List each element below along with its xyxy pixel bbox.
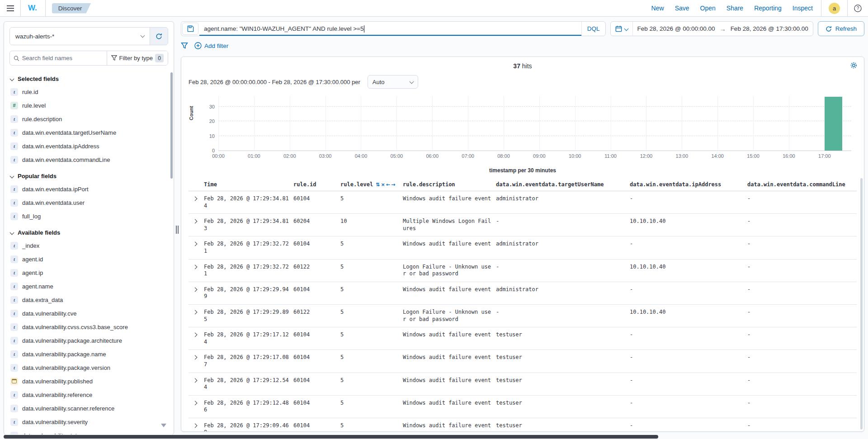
cell-data.win.eventdata.targetUserName: testuser	[496, 395, 630, 418]
field-section-title: Available fields	[18, 229, 60, 236]
query-input[interactable]: agent.name: "WIN10-WAZUH_AGENT" AND rule…	[199, 22, 581, 36]
sort-icon[interactable]: ⇅	[376, 182, 381, 188]
expand-row-button[interactable]	[189, 418, 204, 432]
field-name: data.vulnerability.published	[22, 378, 93, 385]
field-item-data.vulnerability.scanner.reference[interactable]: tdata.vulnerability.scanner.reference	[9, 401, 168, 415]
field-item-data.vulnerability.cve[interactable]: tdata.vulnerability.cve	[9, 307, 168, 320]
hamburger-menu-icon[interactable]	[0, 0, 21, 16]
expand-row-button[interactable]	[189, 395, 204, 418]
horizontal-scrollbar-thumb[interactable]	[4, 435, 658, 439]
column-controls[interactable]: ⇅×←→	[376, 182, 396, 188]
field-search-input[interactable]	[22, 55, 103, 61]
cell-data.win.eventdata.commandLine: -	[747, 191, 857, 214]
add-filter-button[interactable]: Add filter	[194, 42, 228, 49]
cell-Time: Feb 28, 2026 @ 17:29:29.949	[204, 282, 293, 304]
topnav-link-share[interactable]: Share	[726, 5, 743, 12]
expand-row-button[interactable]	[189, 304, 204, 327]
expand-row-button[interactable]	[189, 191, 204, 214]
wazuh-logo[interactable]: W.	[21, 0, 46, 16]
x-tick-label: 10:00	[569, 153, 581, 159]
column-header-data.win.eventdata.commandLine[interactable]: data.win.eventdata.commandLine	[747, 178, 857, 191]
topnav-link-new[interactable]: New	[651, 5, 664, 12]
interval-select[interactable]: Auto	[368, 75, 418, 89]
expand-row-button[interactable]	[189, 259, 204, 282]
chevron-down-icon	[624, 27, 628, 31]
table-scrollbar[interactable]	[860, 178, 863, 430]
field-item-agent.id[interactable]: tagent.id	[9, 252, 168, 266]
remove-icon[interactable]: ×	[381, 182, 386, 188]
field-item-rule.level[interactable]: #rule.level	[9, 99, 168, 112]
field-section-selected-fields[interactable]: Selected fields	[9, 73, 168, 85]
logo-text: W.	[28, 4, 37, 12]
field-item-data.vulnerability.package.name[interactable]: tdata.vulnerability.package.name	[9, 347, 168, 361]
index-pattern-select[interactable]: wazuh-alerts-*	[10, 28, 150, 45]
topnav-link-inspect[interactable]: Inspect	[793, 5, 813, 12]
field-section-popular-fields[interactable]: Popular fields	[9, 170, 168, 182]
field-item-data.win.eventdata.user[interactable]: tdata.win.eventdata.user	[9, 196, 168, 209]
cell-data.win.eventdata.targetUserName: -	[496, 259, 630, 282]
expand-row-button[interactable]	[189, 214, 204, 236]
field-item-data.extra_data[interactable]: tdata.extra_data	[9, 293, 168, 307]
field-item-data.vulnerability.published[interactable]: data.vulnerability.published	[9, 374, 168, 388]
scroll-down-arrow-icon[interactable]	[161, 424, 166, 427]
field-item-agent.name[interactable]: tagent.name	[9, 279, 168, 293]
expand-row-button[interactable]	[189, 350, 204, 373]
field-search[interactable]	[10, 51, 107, 65]
x-gridline	[218, 96, 219, 151]
chevron-right-icon	[193, 401, 197, 405]
move-right-icon[interactable]: →	[391, 182, 396, 188]
date-from[interactable]: Feb 28, 2026 @ 00:00:00.00	[637, 25, 715, 32]
saved-query-icon[interactable]	[182, 23, 198, 35]
field-item-data.vulnerability.severity[interactable]: tdata.vulnerability.severity	[9, 415, 168, 429]
expand-row-button[interactable]	[189, 373, 204, 395]
column-header-rule.level[interactable]: rule.level⇅×←→	[340, 178, 403, 191]
cell-rule.level: 5	[340, 327, 403, 350]
cell-rule.id: 60104	[293, 418, 340, 432]
filter-funnel-icon[interactable]	[181, 42, 188, 49]
expand-row-button[interactable]	[189, 327, 204, 350]
column-header-data.win.eventdata.ipAddress[interactable]: data.win.eventdata.ipAddress	[630, 178, 747, 191]
histogram-bar[interactable]	[825, 97, 842, 151]
topnav-link-reporting[interactable]: Reporting	[754, 5, 782, 12]
column-header-rule.id[interactable]: rule.id	[293, 178, 340, 191]
topnav-link-save[interactable]: Save	[675, 5, 689, 12]
filter-by-type-button[interactable]: Filter by type 0	[107, 51, 168, 65]
field-item-_index[interactable]: t_index	[9, 239, 168, 252]
calendar-menu-button[interactable]	[611, 22, 633, 36]
field-item-rule.description[interactable]: trule.description	[9, 112, 168, 126]
field-item-full_log[interactable]: tfull_log	[9, 209, 168, 223]
field-item-data.vulnerability.status[interactable]: tdata.vulnerability.status	[9, 429, 168, 435]
field-item-data.vulnerability.package.version[interactable]: tdata.vulnerability.package.version	[9, 361, 168, 374]
cell-Time: Feb 28, 2026 @ 17:29:32.721	[204, 236, 293, 259]
breadcrumb[interactable]: Discover	[52, 3, 91, 14]
date-to[interactable]: Feb 28, 2026 @ 17:30:00.00	[731, 25, 808, 32]
cell-data.win.eventdata.ipAddress: -	[630, 395, 747, 418]
field-item-data.vulnerability.reference[interactable]: tdata.vulnerability.reference	[9, 388, 168, 401]
column-header-Time[interactable]: Time	[204, 178, 293, 191]
field-item-data.win.eventdata.ipAddress[interactable]: tdata.win.eventdata.ipAddress	[9, 139, 168, 153]
field-item-rule.id[interactable]: trule.id	[9, 85, 168, 99]
field-item-agent.ip[interactable]: tagent.ip	[9, 266, 168, 279]
field-item-data.vulnerability.cvss.cvss3.base_score[interactable]: tdata.vulnerability.cvss.cvss3.base_scor…	[9, 320, 168, 334]
field-item-data.win.eventdata.commandLine[interactable]: tdata.win.eventdata.commandLine	[9, 153, 168, 166]
cell-data.win.eventdata.ipAddress: -	[630, 373, 747, 395]
column-header-data.win.eventdata.targetUserName[interactable]: data.win.eventdata.targetUserName	[496, 178, 630, 191]
field-section-available-fields[interactable]: Available fields	[9, 227, 168, 239]
chevron-down-icon	[10, 231, 14, 235]
query-language-button[interactable]: DQL	[581, 22, 605, 36]
help-icon[interactable]: ?	[854, 5, 862, 12]
field-item-data.win.eventdata.targetUserName[interactable]: tdata.win.eventdata.targetUserName	[9, 126, 168, 139]
field-item-data.vulnerability.package.architecture[interactable]: tdata.vulnerability.package.architecture	[9, 334, 168, 347]
field-item-data.win.eventdata.ipPort[interactable]: tdata.win.eventdata.ipPort	[9, 182, 168, 196]
index-refresh-button[interactable]	[150, 28, 168, 45]
gear-icon[interactable]	[850, 61, 858, 69]
column-header-rule.description[interactable]: rule.description	[403, 178, 496, 191]
move-left-icon[interactable]: ←	[386, 182, 391, 188]
refresh-button[interactable]: Refresh	[818, 21, 864, 36]
avatar[interactable]: a	[829, 3, 840, 14]
expand-row-button[interactable]	[189, 236, 204, 259]
sidebar-scrollbar[interactable]	[170, 72, 173, 179]
topnav-link-open[interactable]: Open	[700, 5, 716, 12]
expand-row-button[interactable]	[189, 282, 204, 304]
panel-resizer-handle[interactable]	[175, 224, 179, 236]
